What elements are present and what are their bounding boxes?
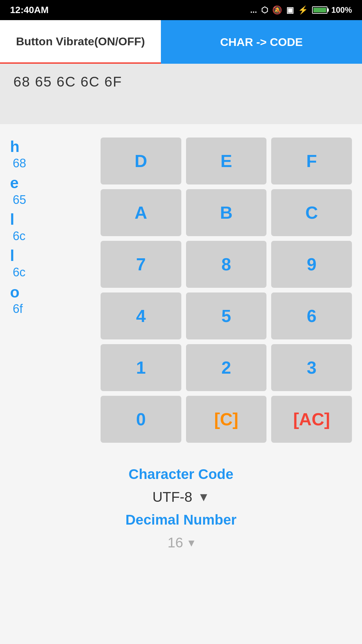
key-1-button[interactable]: 1: [101, 344, 181, 391]
keypad-row: 789: [101, 241, 352, 288]
keypad-row: ABC: [101, 189, 352, 236]
app-bar: Button Vibrate(ON/OFF) CHAR -> CODE: [0, 20, 362, 64]
keypad-row: 123: [101, 344, 352, 391]
char-letter: l: [10, 210, 84, 229]
output-area: 68 65 6C 6C 6F: [0, 64, 362, 124]
decimal-dropdown[interactable]: 16 ▾: [168, 535, 195, 551]
bolt-icon: ⚡: [298, 5, 308, 15]
status-icons: ... ⬡ 🔕 ▣ ⚡ 100%: [250, 5, 352, 15]
tab-char-to-code[interactable]: CHAR -> CODE: [161, 20, 362, 64]
key-2-button[interactable]: 2: [186, 344, 267, 391]
key-f-button[interactable]: F: [271, 138, 352, 184]
key-9-button[interactable]: 9: [271, 241, 352, 288]
char-letter: l: [10, 247, 84, 265]
key-0-button[interactable]: 0: [101, 396, 181, 443]
main-content: h 68 e 65 l 6c l 6c o 6f DEFABC789456123…: [0, 124, 362, 456]
keypad-row: 456: [101, 292, 352, 339]
status-bar: 12:40AM ... ⬡ 🔕 ▣ ⚡ 100%: [0, 0, 362, 20]
char-hex: 68: [13, 156, 84, 170]
char-letter: h: [10, 138, 84, 156]
char-letter: o: [10, 283, 84, 302]
char-list: h 68 e 65 l 6c l 6c o 6f: [0, 131, 94, 449]
tab-vibrate[interactable]: Button Vibrate(ON/OFF): [0, 20, 161, 64]
encoding-dropdown[interactable]: UTF-8 ▼: [153, 489, 210, 505]
character-code-label: Character Code: [129, 466, 234, 482]
output-text: 68 65 6C 6C 6F: [13, 74, 122, 90]
keypad-row: DEF: [101, 138, 352, 184]
battery-fill: [313, 8, 326, 12]
key-d-button[interactable]: D: [101, 138, 181, 184]
key-3-button[interactable]: 3: [271, 344, 352, 391]
char-row: l 6c: [10, 210, 84, 243]
encoding-arrow: ▼: [198, 490, 210, 504]
char-row: e 65: [10, 174, 84, 207]
char-row: l 6c: [10, 247, 84, 279]
key-b-button[interactable]: B: [186, 189, 267, 236]
key-c-button[interactable]: C: [271, 189, 352, 236]
key-7-button[interactable]: 7: [101, 241, 181, 288]
key-5-button[interactable]: 5: [186, 292, 267, 339]
key-c-button[interactable]: [C]: [186, 396, 267, 443]
battery-percent: 100%: [331, 5, 352, 15]
encoding-value: UTF-8: [153, 489, 192, 505]
char-hex: 65: [13, 193, 84, 207]
bottom-section: Character Code UTF-8 ▼ Decimal Number 16…: [0, 456, 362, 561]
char-row: h 68: [10, 138, 84, 170]
char-letter: e: [10, 174, 84, 192]
decimal-value: 16: [168, 535, 183, 551]
char-hex: 6c: [13, 265, 84, 279]
char-row: o 6f: [10, 283, 84, 316]
char-hex: 6c: [13, 229, 84, 243]
alarm-off-icon: 🔕: [272, 5, 282, 15]
char-hex: 6f: [13, 302, 84, 316]
screen-icon: ▣: [286, 5, 294, 15]
key-6-button[interactable]: 6: [271, 292, 352, 339]
bluetooth-icon: ⬡: [261, 5, 268, 15]
keypad: DEFABC7894561230[C][AC]: [94, 131, 362, 449]
key-a-button[interactable]: A: [101, 189, 181, 236]
time: 12:40AM: [10, 5, 49, 15]
battery-icon: [312, 6, 327, 14]
key-4-button[interactable]: 4: [101, 292, 181, 339]
keypad-row: 0[C][AC]: [101, 396, 352, 443]
key-8-button[interactable]: 8: [186, 241, 267, 288]
decimal-number-label: Decimal Number: [125, 512, 236, 528]
battery-body: [312, 6, 327, 14]
key-ac-button[interactable]: [AC]: [271, 396, 352, 443]
decimal-arrow: ▾: [188, 536, 194, 550]
dots-icon: ...: [250, 5, 257, 15]
key-e-button[interactable]: E: [186, 138, 267, 184]
